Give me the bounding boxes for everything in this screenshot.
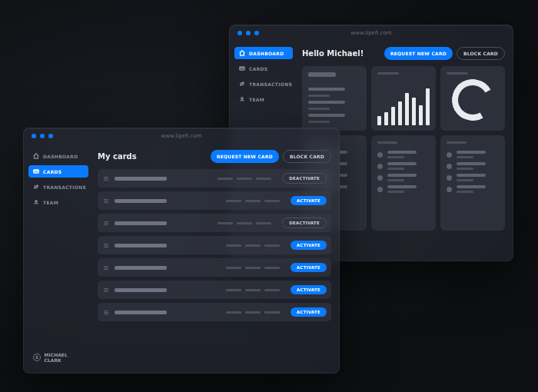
svg-point-1 — [241, 98, 243, 99]
list-card — [440, 135, 505, 231]
team-icon — [239, 96, 245, 102]
bar — [405, 93, 409, 125]
skeleton-line — [447, 141, 467, 144]
sidebar-item-label: TRANSACTIONS — [43, 184, 86, 190]
card-icon — [33, 168, 39, 174]
sidebar-item-transactions[interactable]: TRANSACTIONS — [234, 78, 293, 90]
card-name-placeholder — [115, 244, 167, 247]
window-dot[interactable] — [48, 134, 53, 138]
svg-point-3 — [35, 201, 37, 202]
card-name-placeholder — [115, 266, 167, 270]
activate-button[interactable]: ACTIVATE — [291, 241, 327, 250]
card-meta-placeholder — [218, 178, 271, 180]
card-icon — [239, 65, 245, 71]
card-name-placeholder — [115, 311, 167, 314]
activate-button[interactable]: ACTIVATE — [291, 196, 327, 205]
card-name-placeholder — [115, 177, 167, 181]
bar — [398, 101, 402, 125]
sidebar-item-team[interactable]: TEAM — [28, 196, 88, 208]
card-row: ACTIVATE — [98, 303, 331, 321]
skeleton-line — [308, 121, 330, 123]
deactivate-button[interactable]: DEACTIVATE — [282, 218, 327, 228]
list-item — [377, 151, 430, 158]
drag-handle-icon[interactable] — [104, 177, 108, 181]
sidebar-item-cards[interactable]: CARDS — [234, 62, 293, 75]
drag-handle-icon[interactable] — [104, 244, 108, 247]
home-icon — [33, 153, 39, 159]
list-item — [447, 185, 499, 193]
list-item — [447, 151, 499, 158]
card-row: ACTIVATE — [98, 236, 331, 254]
donut-chart-card — [440, 66, 505, 131]
card-meta-placeholder — [218, 222, 271, 224]
card-row: ACTIVATE — [98, 191, 331, 210]
card-meta-placeholder — [226, 244, 280, 247]
window-controls[interactable] — [237, 31, 259, 35]
activate-button[interactable]: ACTIVATE — [291, 285, 327, 294]
drag-handle-icon[interactable] — [104, 266, 108, 270]
bar — [412, 98, 416, 125]
request-card-button[interactable]: REQUEST NEW CARD — [384, 47, 453, 60]
sidebar-item-team[interactable]: TEAM — [234, 93, 293, 105]
window-controls[interactable] — [32, 134, 53, 138]
window-dot[interactable] — [237, 31, 242, 35]
drag-handle-icon[interactable] — [104, 199, 108, 203]
card-name-placeholder — [115, 288, 167, 292]
list-item — [377, 185, 430, 193]
activate-button[interactable]: ACTIVATE — [291, 263, 327, 272]
bar — [426, 88, 430, 125]
card-name-placeholder — [115, 221, 167, 225]
sidebar-item-dashboard[interactable]: DASHBOARD — [28, 150, 88, 162]
list-card — [371, 135, 436, 231]
skeleton-line — [308, 108, 330, 110]
card-row: DEACTIVATE — [98, 214, 331, 232]
user-profile[interactable]: MICHAEL CLARK — [28, 348, 88, 367]
greeting: Hello Michael! — [302, 49, 364, 58]
card-row: ACTIVATE — [98, 281, 331, 299]
sidebar-item-label: DASHBOARD — [43, 154, 78, 159]
avatar-icon — [33, 354, 41, 361]
block-card-button[interactable]: BLOCK CARD — [457, 47, 505, 60]
page-title: My cards — [98, 152, 137, 161]
sidebar-item-label: CARDS — [43, 169, 61, 174]
sidebar-item-label: TEAM — [249, 97, 264, 102]
drag-handle-icon[interactable] — [104, 221, 108, 225]
activate-button[interactable]: ACTIVATE — [291, 307, 327, 317]
card-list: DEACTIVATEACTIVATEDEACTIVATEACTIVATEACTI… — [98, 169, 331, 321]
card-meta-placeholder — [226, 200, 280, 202]
window-dot[interactable] — [254, 31, 259, 35]
card-meta-placeholder — [226, 311, 280, 314]
window-dot[interactable] — [246, 31, 251, 35]
skeleton-line — [308, 114, 345, 117]
donut-chart — [447, 75, 498, 125]
home-icon — [239, 50, 245, 56]
drag-handle-icon[interactable] — [104, 311, 108, 314]
cards-window: www.lipefi.com DASHBOARD CARDS TRANSACTI… — [23, 128, 340, 374]
svg-point-4 — [36, 356, 38, 357]
bar — [391, 107, 395, 125]
list-item — [377, 174, 430, 181]
page-header: My cards REQUEST NEW CARD BLOCK CARD — [98, 150, 331, 163]
skeleton-line — [377, 141, 397, 144]
address-url: www.lipefi.com — [351, 30, 392, 36]
window-dot[interactable] — [40, 134, 45, 138]
card-meta-placeholder — [226, 267, 280, 269]
sidebar-item-cards[interactable]: CARDS — [28, 165, 88, 178]
deactivate-button[interactable]: DEACTIVATE — [282, 173, 327, 184]
block-card-button[interactable]: BLOCK CARD — [283, 150, 331, 163]
bar — [419, 105, 423, 125]
user-name: MICHAEL CLARK — [45, 352, 84, 363]
main-content: My cards REQUEST NEW CARD BLOCK CARD DEA… — [93, 144, 339, 373]
card-meta-placeholder — [226, 289, 280, 291]
window-dot[interactable] — [32, 134, 36, 138]
drag-handle-icon[interactable] — [104, 288, 108, 292]
sidebar-item-transactions[interactable]: TRANSACTIONS — [28, 181, 88, 193]
sidebar-item-dashboard[interactable]: DASHBOARD — [234, 47, 293, 59]
card-name-placeholder — [115, 199, 167, 203]
sidebar: DASHBOARD CARDS TRANSACTIONS TEAM MICHAE… — [24, 144, 93, 373]
bar-chart — [377, 79, 430, 125]
sidebar-item-label: DASHBOARD — [249, 51, 284, 56]
request-card-button[interactable]: REQUEST NEW CARD — [211, 150, 279, 163]
team-icon — [33, 199, 39, 205]
skeleton-line — [308, 95, 330, 97]
